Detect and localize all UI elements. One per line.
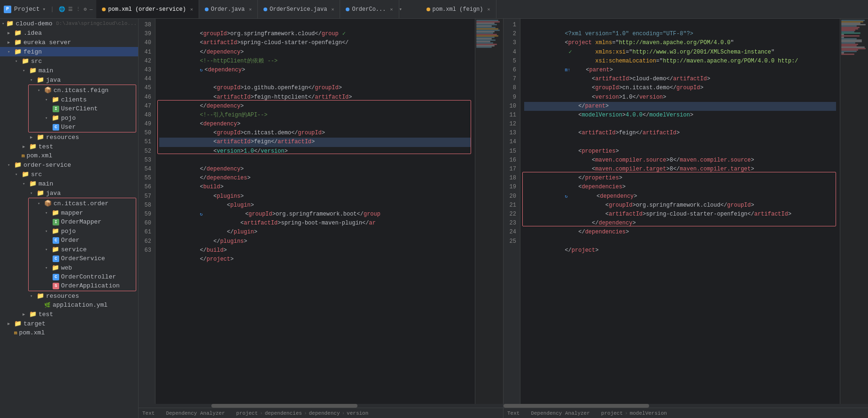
tab-label-orderservice-java: OrderService.java <box>270 6 327 13</box>
left-editor-panel: 38394041 42434445 46474849 50515253 5455… <box>139 19 504 418</box>
sidebar-item-ordermapper[interactable]: I OrderMapper <box>0 217 138 226</box>
sidebar-item-label: resources <box>46 293 79 300</box>
project-path: D:\Java\springcloud\clo... <box>56 21 137 26</box>
breadcrumb-item: dependency <box>309 410 340 416</box>
right-status-text: Text <box>507 410 519 416</box>
tab-pom-feign[interactable]: pom.xml (feign) ✕ <box>421 0 496 18</box>
sidebar-item-mapper[interactable]: ▾ 📁 mapper <box>0 208 138 217</box>
sidebar-item-idea[interactable]: ▶ 📁 .idea <box>0 28 138 38</box>
tab-order-java[interactable]: Order.java ✕ <box>199 0 258 18</box>
chevron-icon: ▾ <box>15 59 20 63</box>
project-label[interactable]: P Project ▾ | 🌐 ☰ ⋮ ⚙ — <box>4 6 93 13</box>
toolbar-icon-list[interactable]: ☰ <box>68 6 73 12</box>
sidebar-item-label: test <box>39 311 53 318</box>
right-scrollbar[interactable] <box>504 404 868 408</box>
tab-close-pom-order[interactable]: ✕ <box>190 7 193 12</box>
sidebar-item-resources-feign[interactable]: ▶ 📁 resources <box>0 132 138 142</box>
right-code-area[interactable]: <?xml version="1.0" encoding="UTF-8"?> <… <box>520 19 840 404</box>
left-editor-content[interactable]: 38394041 42434445 46474849 50515253 5455… <box>139 19 503 404</box>
sidebar-item-label: main <box>39 180 53 187</box>
right-breadcrumb: project › modelVersion <box>601 410 667 416</box>
tab-close-orderservice-java[interactable]: ✕ <box>331 7 334 12</box>
sidebar-item-src-feign[interactable]: ▾ 📁 src <box>0 56 138 66</box>
sidebar-item-pom-feign-file[interactable]: m pom.xml <box>0 151 138 160</box>
chevron-icon: ▾ <box>45 247 50 252</box>
folder-icon: 📁 <box>37 292 44 300</box>
sidebar-item-orderservice-class[interactable]: C OrderService <box>0 254 138 263</box>
sidebar-item-label: OrderService <box>61 255 105 262</box>
folder-icon: 📁 <box>37 133 44 141</box>
breadcrumb-sep: › <box>260 410 263 416</box>
tab-close-pom-feign[interactable]: ✕ <box>488 7 490 12</box>
sidebar-item-label: cloud-demo <box>16 20 52 27</box>
sidebar-item-src-order[interactable]: ▾ 📁 src <box>0 170 138 179</box>
sidebar-item-cn-itcast-feign[interactable]: ▾ 📦 cn.itcast.feign <box>0 85 138 95</box>
toolbar-icon-gear[interactable]: ⚙ <box>84 6 87 12</box>
sidebar-item-main-feign[interactable]: ▾ 📁 main <box>0 66 138 75</box>
chevron-icon: ▾ <box>30 294 35 298</box>
toolbar-icon-minimize[interactable]: — <box>90 7 93 12</box>
tab-orderco-java[interactable]: OrderCo... ✕ <box>340 0 399 18</box>
code-line: <groupId>org.springframework.cloud</grou… <box>159 21 471 30</box>
sidebar-item-pojo-feign[interactable]: ▾ 📁 pojo <box>0 113 138 123</box>
sidebar-item-label: .idea <box>23 30 42 37</box>
code-line: </dependency> <box>159 156 471 165</box>
folder-icon: 📁 <box>29 180 37 187</box>
sidebar-item-order-service[interactable]: ▾ 📁 order-service <box>0 160 138 170</box>
right-editor-content[interactable]: 1234 5678 9101112 13141516 17181920 2122… <box>504 19 868 404</box>
tab-orderservice-java[interactable]: OrderService.java ✕ <box>258 0 340 18</box>
sidebar-item-userclient[interactable]: I UserClient <box>0 104 138 113</box>
right-bottom-bar: Text Dependency Analyzer project › model… <box>504 408 868 418</box>
tab-label-orderco-java: OrderCo... <box>352 6 386 13</box>
class-icon: C <box>53 237 59 244</box>
sidebar-item-ordercontroller[interactable]: C OrderController <box>0 272 138 281</box>
breadcrumb-sep: › <box>304 410 307 416</box>
chevron-icon: ▾ <box>30 77 35 82</box>
left-scrollbar[interactable] <box>139 404 503 408</box>
sidebar-item-java-order[interactable]: ▾ 📁 java <box>0 188 138 198</box>
code-line: </project> <box>524 237 836 246</box>
right-dependency-analyzer: Dependency Analyzer <box>531 410 589 416</box>
sidebar-item-pojo-order[interactable]: ▾ 📁 pojo <box>0 226 138 236</box>
project-dropdown[interactable]: ▾ <box>43 6 46 12</box>
tab-close-order-java[interactable]: ✕ <box>249 7 252 12</box>
sidebar-item-service[interactable]: ▾ 📁 service <box>0 245 138 254</box>
sidebar-item-order-class[interactable]: C Order <box>0 236 138 245</box>
sidebar-item-label: web <box>61 264 72 271</box>
sidebar-item-main-order[interactable]: ▾ 📁 main <box>0 179 138 188</box>
folder-icon: 📁 <box>52 209 59 217</box>
chevron-icon: ▶ <box>8 321 12 326</box>
sidebar-item-label: pom.xml <box>19 329 45 336</box>
sidebar-item-pom-order-file[interactable]: m pom.xml <box>0 328 138 337</box>
sidebar-item-java-feign[interactable]: ▾ 📁 java <box>0 75 138 85</box>
tab-pom-order[interactable]: pom.xml (order-service) ✕ <box>96 0 199 18</box>
chevron-icon: ▾ <box>45 265 50 270</box>
chevron-icon: ▾ <box>45 229 50 233</box>
sidebar-item-application-yaml[interactable]: 🌿 application.yml <box>0 301 138 310</box>
chevron-icon: ▾ <box>8 163 12 167</box>
left-code-area[interactable]: <groupId>org.springframework.cloud</grou… <box>155 19 475 404</box>
sidebar-item-eureka[interactable]: ▶ 📁 eureka server <box>0 38 138 47</box>
sidebar-item-user[interactable]: C User <box>0 123 138 132</box>
sidebar-item-feign[interactable]: ▾ 📁 feign <box>0 47 138 56</box>
sidebar-item-web[interactable]: ▾ 📁 web <box>0 263 138 272</box>
sidebar-item-target[interactable]: ▶ 📁 target <box>0 319 138 328</box>
tab-label-order-java: Order.java <box>211 6 245 13</box>
sidebar-item-test-feign[interactable]: ▶ 📁 test <box>0 142 138 151</box>
sidebar-item-clients[interactable]: ▾ 📁 clients <box>0 95 138 104</box>
sidebar-item-label: UserClient <box>61 105 98 112</box>
tab-close-orderco-java[interactable]: ✕ <box>390 7 393 12</box>
code-line: <artifactId>feign</artifactId> <box>524 120 836 129</box>
toolbar-icon-columns[interactable]: ⋮ <box>76 6 81 12</box>
sidebar-item-test-order[interactable]: ▶ 📁 test <box>0 310 138 319</box>
sidebar-item-cn-itcast-order[interactable]: ▾ 📦 cn.itcast.order <box>0 199 138 208</box>
sidebar-item-resources-order[interactable]: ▾ 📁 resources <box>0 291 138 301</box>
toolbar-icon-globe[interactable]: 🌐 <box>59 6 65 12</box>
sidebar-item-label: pom.xml <box>27 152 53 159</box>
sidebar-item-cloud-demo[interactable]: ▾ 📁 cloud-demo D:\Java\springcloud\clo..… <box>0 19 138 28</box>
folder-icon: 📁 <box>22 57 29 65</box>
tab-overflow[interactable]: ▾ <box>399 6 407 13</box>
sidebar-item-orderapplication[interactable]: S OrderApplication <box>0 281 138 290</box>
folder-icon: 📁 <box>29 310 37 318</box>
class-icon: C <box>53 124 59 131</box>
